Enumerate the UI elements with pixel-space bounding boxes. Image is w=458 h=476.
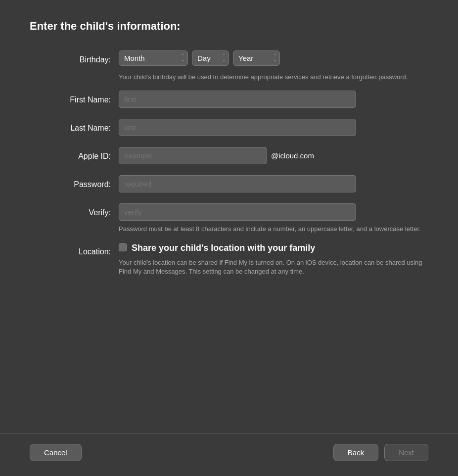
last-name-field xyxy=(119,119,428,147)
page-title: Enter the child's information: xyxy=(30,20,428,33)
month-select-wrapper: Month January February March April May J… xyxy=(119,50,188,66)
apple-id-input[interactable] xyxy=(119,147,267,164)
icloud-suffix: @icloud.com xyxy=(271,151,314,160)
next-button: Next xyxy=(384,444,428,461)
footer: Cancel Back Next xyxy=(0,433,458,476)
location-checkbox[interactable] xyxy=(119,243,127,251)
back-button[interactable]: Back xyxy=(333,444,378,461)
password-label: Password: xyxy=(30,175,119,189)
apple-id-field: @icloud.com xyxy=(119,147,428,175)
birthday-helper: Your child's birthday will be used to de… xyxy=(119,73,428,91)
day-select-wrapper: Day xyxy=(192,50,229,66)
location-label: Location: xyxy=(30,242,119,256)
location-checkbox-label: Share your child's location with your fa… xyxy=(132,242,428,254)
day-select[interactable]: Day xyxy=(192,50,229,66)
last-name-label: Last Name: xyxy=(30,119,119,133)
last-name-input[interactable] xyxy=(119,119,356,136)
location-field: Share your child's location with your fa… xyxy=(119,242,428,287)
year-select-wrapper: Year xyxy=(233,50,280,66)
first-name-field xyxy=(119,91,428,119)
password-field xyxy=(119,175,428,203)
password-helper-cell: Password must be at least 8 characters a… xyxy=(119,225,428,242)
password-input[interactable] xyxy=(119,175,356,192)
first-name-label: First Name: xyxy=(30,91,119,104)
birthday-label: Birthday: xyxy=(30,50,119,64)
birthday-field: Month January February March April May J… xyxy=(119,50,428,73)
cancel-button[interactable]: Cancel xyxy=(30,444,82,461)
month-select[interactable]: Month January February March April May J… xyxy=(119,50,188,66)
apple-id-label: Apple ID: xyxy=(30,147,119,161)
footer-right: Back Next xyxy=(333,444,428,461)
verify-field xyxy=(119,203,428,225)
location-helper: Your child's location can be shared if F… xyxy=(119,258,425,276)
verify-input[interactable] xyxy=(119,203,356,221)
verify-label: Verify: xyxy=(30,203,119,217)
first-name-input[interactable] xyxy=(119,91,356,108)
year-select[interactable]: Year xyxy=(233,50,280,66)
